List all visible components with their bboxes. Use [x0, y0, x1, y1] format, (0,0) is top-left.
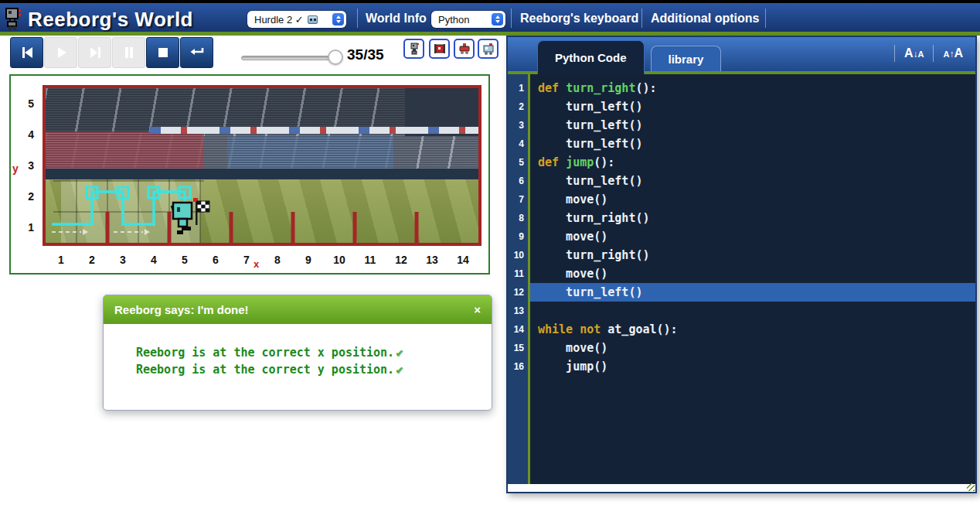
- font-size-controls: A↓A A↑A: [894, 45, 972, 62]
- line-number: 16: [508, 357, 528, 376]
- code-line[interactable]: turn_right(): [530, 209, 975, 227]
- hurdle-wall: [168, 212, 172, 243]
- world-canvas: 54321 1234567891011121314 y x: [9, 74, 490, 275]
- line-number: 8: [508, 209, 528, 227]
- x-axis-label: 5: [169, 254, 200, 266]
- x-axis-label: 2: [77, 254, 107, 266]
- editor-tabbar: Python Code library A↓A A↑A: [508, 37, 975, 74]
- nav-separator: [641, 9, 642, 28]
- skip-to-start-button[interactable]: [10, 37, 43, 68]
- speed-slider-track[interactable]: [241, 56, 337, 60]
- code-line[interactable]: move(): [530, 264, 975, 283]
- hurdle-wall: [291, 212, 295, 243]
- x-axis-label: 13: [417, 254, 447, 266]
- x-axis-label: 4: [138, 254, 169, 266]
- check-icon: ✔: [394, 363, 403, 377]
- nav-reeborg-keyboard[interactable]: Reeborg's keyboard: [520, 12, 638, 26]
- nav-separator: [511, 9, 512, 28]
- dialog-message-line: Reeborg is at the correct x position.✔: [136, 344, 492, 361]
- select-stepper-icon: [492, 13, 503, 26]
- code-line[interactable]: turn_left(): [530, 116, 975, 135]
- y-axis-label: 2: [17, 190, 34, 203]
- line-number: 3: [508, 116, 528, 135]
- step-forward-button[interactable]: [78, 37, 111, 68]
- code-line[interactable]: turn_left(): [530, 172, 975, 190]
- decrease-font-button[interactable]: A↓A: [894, 45, 934, 62]
- increase-font-button[interactable]: A↑A: [933, 45, 972, 62]
- x-axis-label: 8: [262, 254, 293, 266]
- stop-button[interactable]: [146, 37, 179, 68]
- x-axis-label: 11: [355, 254, 386, 266]
- code-editor: 12345678910111213141516 def turn_right()…: [508, 74, 975, 484]
- x-axis-label: 6: [200, 254, 231, 266]
- line-number: 11: [508, 264, 528, 283]
- language-select[interactable]: Python: [431, 11, 505, 28]
- dialog-body: Reeborg is at the correct x position.✔Re…: [104, 324, 492, 378]
- code-line[interactable]: turn_left(): [530, 97, 975, 116]
- world-overlay: [46, 88, 478, 243]
- y-axis-label: 4: [17, 128, 34, 141]
- code-panel: Python Code library A↓A A↑A 123456789101…: [506, 36, 977, 493]
- code-line[interactable]: move(): [530, 190, 975, 209]
- y-axis-label: 5: [17, 97, 34, 110]
- code-line[interactable]: def turn_right():: [530, 79, 975, 97]
- x-axis-label: 1: [46, 254, 77, 266]
- y-axis-label: 3: [17, 159, 34, 172]
- code-line[interactable]: turn_left(): [530, 283, 975, 302]
- line-number: 5: [508, 153, 528, 172]
- play-button[interactable]: [44, 37, 77, 68]
- goal-flag: [193, 198, 209, 225]
- y-axis-label: 1: [17, 221, 34, 234]
- classic-robot-view-button[interactable]: [403, 39, 424, 59]
- dialog-header[interactable]: Reeborg says: I'm done! ×: [104, 295, 492, 324]
- reeborgs-world-app: Reeborg's World Hurdle 2 ✓ World Info Py…: [0, 0, 980, 515]
- hurdle-wall: [106, 212, 110, 243]
- step-counter: 35/35: [347, 46, 384, 63]
- speed-slider-handle[interactable]: [328, 49, 343, 65]
- code-line[interactable]: jump(): [530, 357, 975, 376]
- select-stepper-icon: [332, 13, 344, 26]
- pause-icon: [121, 45, 137, 60]
- language-select-value: Python: [438, 14, 469, 26]
- nav-world-info[interactable]: World Info: [366, 12, 427, 26]
- blue-robot-view-button[interactable]: [478, 39, 499, 59]
- nav-additional-options[interactable]: Additional options: [651, 12, 759, 26]
- x-axis-label: 14: [447, 254, 478, 266]
- x-axis-label: 3: [107, 254, 138, 266]
- brand: Reeborg's World: [5, 7, 193, 32]
- world-select[interactable]: Hurdle 2 ✓: [247, 11, 346, 28]
- x-axis-label: 9: [293, 254, 324, 266]
- code-text-area[interactable]: def turn_right(): turn_left() turn_left(…: [530, 74, 975, 484]
- red-rover-view-button[interactable]: [454, 39, 475, 59]
- dialog-message-line: Reeborg is at the correct y position.✔: [136, 361, 492, 378]
- line-number: 6: [508, 172, 528, 190]
- classic-robot-icon: [408, 42, 420, 56]
- code-line[interactable]: while not at_goal():: [530, 320, 975, 339]
- line-number: 12: [508, 283, 528, 302]
- pause-button[interactable]: [112, 37, 145, 68]
- dialog-close-button[interactable]: ×: [474, 303, 481, 316]
- red-robot-view-button[interactable]: [429, 39, 450, 59]
- line-number: 7: [508, 190, 528, 209]
- line-number: 4: [508, 135, 528, 153]
- panel-bottom-strip: [508, 484, 975, 492]
- tab-library[interactable]: library: [651, 46, 722, 71]
- hurdle-wall: [230, 212, 233, 243]
- line-number: 15: [508, 339, 528, 357]
- resize-grip[interactable]: [967, 483, 975, 491]
- x-axis-label: 10: [324, 254, 355, 266]
- red-rover-icon: [458, 42, 471, 56]
- line-number: 13: [508, 302, 528, 320]
- code-line[interactable]: turn_right(): [530, 246, 975, 264]
- app-title: Reeborg's World: [28, 8, 193, 32]
- code-line[interactable]: turn_left(): [530, 135, 975, 153]
- line-number: 14: [508, 320, 528, 339]
- hurdle-wall: [353, 212, 357, 243]
- nav-separator: [357, 9, 358, 28]
- code-line[interactable]: [530, 302, 975, 320]
- code-line[interactable]: def jump():: [530, 153, 975, 172]
- run-again-button[interactable]: [180, 37, 213, 68]
- code-line[interactable]: move(): [530, 227, 975, 246]
- tab-python-code[interactable]: Python Code: [537, 40, 645, 74]
- code-line[interactable]: move(): [530, 339, 975, 357]
